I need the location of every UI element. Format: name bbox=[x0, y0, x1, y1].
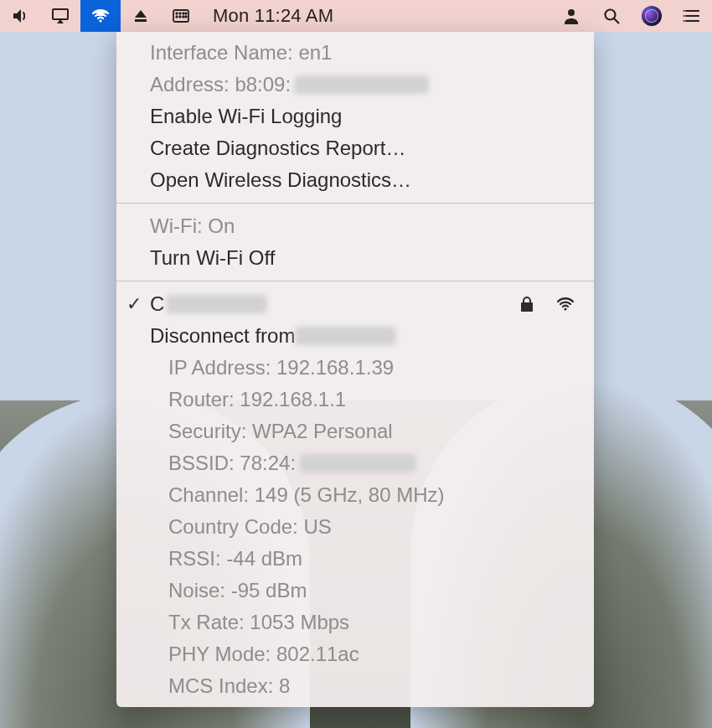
svg-point-12 bbox=[568, 9, 575, 16]
svg-point-9 bbox=[183, 16, 184, 18]
menu-separator bbox=[116, 281, 594, 281]
svg-point-11 bbox=[185, 16, 187, 18]
detail-tx-rate: Tx Rate: 1053 Mbps bbox=[116, 607, 594, 638]
menubar: Mon 11:24 AM bbox=[0, 0, 712, 32]
volume-icon[interactable] bbox=[0, 0, 40, 32]
svg-point-18 bbox=[684, 10, 685, 12]
connected-network-item[interactable]: ✓ C bbox=[116, 288, 594, 320]
svg-point-21 bbox=[564, 307, 566, 310]
checkmark-icon: ✓ bbox=[126, 290, 142, 318]
wifi-menu-dropdown: Interface Name: en1 Address: b8:09: Enab… bbox=[116, 32, 594, 707]
menu-separator bbox=[116, 203, 594, 204]
svg-point-6 bbox=[183, 13, 184, 14]
redacted-ssid bbox=[295, 327, 395, 345]
spotlight-icon[interactable] bbox=[591, 0, 632, 32]
create-diagnostics-item[interactable]: Create Diagnostics Report… bbox=[116, 132, 594, 164]
svg-point-19 bbox=[684, 15, 685, 17]
svg-line-14 bbox=[614, 18, 619, 23]
wifi-mac-address: Address: b8:09: bbox=[116, 69, 594, 101]
detail-ip-address: IP Address: 192.168.1.39 bbox=[116, 352, 594, 384]
eject-icon[interactable] bbox=[121, 0, 161, 32]
disconnect-item[interactable]: Disconnect from bbox=[116, 320, 594, 352]
menubar-clock[interactable]: Mon 11:24 AM bbox=[201, 5, 345, 27]
wifi-icon[interactable] bbox=[80, 0, 121, 32]
svg-point-5 bbox=[179, 13, 181, 14]
svg-point-13 bbox=[606, 10, 616, 20]
keyboard-viewer-icon[interactable] bbox=[161, 0, 201, 32]
siri-icon[interactable] bbox=[632, 0, 672, 32]
detail-mcs-index: MCS Index: 8 bbox=[116, 670, 594, 702]
wifi-interface-name: Interface Name: en1 bbox=[116, 37, 594, 69]
svg-point-7 bbox=[176, 16, 178, 18]
detail-channel: Channel: 149 (5 GHz, 80 MHz) bbox=[116, 479, 594, 511]
detail-security: Security: WPA2 Personal bbox=[116, 416, 594, 447]
detail-country-code: Country Code: US bbox=[116, 511, 594, 543]
detail-rssi: RSSI: -44 dBm bbox=[116, 543, 594, 575]
redacted-mac bbox=[294, 75, 428, 94]
turn-wifi-off-item[interactable]: Turn Wi-Fi Off bbox=[116, 242, 594, 274]
svg-rect-2 bbox=[135, 19, 147, 22]
notification-center-icon[interactable] bbox=[672, 0, 712, 32]
detail-router: Router: 192.168.1.1 bbox=[116, 384, 594, 416]
redacted-ssid bbox=[166, 295, 266, 313]
svg-rect-0 bbox=[53, 9, 68, 19]
lock-icon bbox=[517, 294, 537, 314]
svg-point-8 bbox=[179, 16, 181, 18]
detail-phy-mode: PHY Mode: 802.11ac bbox=[116, 638, 594, 670]
redacted-bssid bbox=[299, 454, 416, 472]
svg-point-1 bbox=[99, 19, 101, 22]
svg-point-20 bbox=[684, 20, 685, 22]
svg-point-4 bbox=[176, 13, 178, 14]
detail-noise: Noise: -95 dBm bbox=[116, 575, 594, 607]
user-icon[interactable] bbox=[551, 0, 591, 32]
svg-point-10 bbox=[185, 13, 187, 14]
airplay-icon[interactable] bbox=[40, 0, 80, 32]
enable-wifi-logging-item[interactable]: Enable Wi-Fi Logging bbox=[116, 101, 594, 132]
wifi-signal-icon bbox=[555, 294, 575, 314]
detail-bssid: BSSID: 78:24: bbox=[116, 447, 594, 479]
open-wireless-diagnostics-item[interactable]: Open Wireless Diagnostics… bbox=[116, 164, 594, 196]
wifi-status: Wi-Fi: On bbox=[116, 210, 594, 242]
